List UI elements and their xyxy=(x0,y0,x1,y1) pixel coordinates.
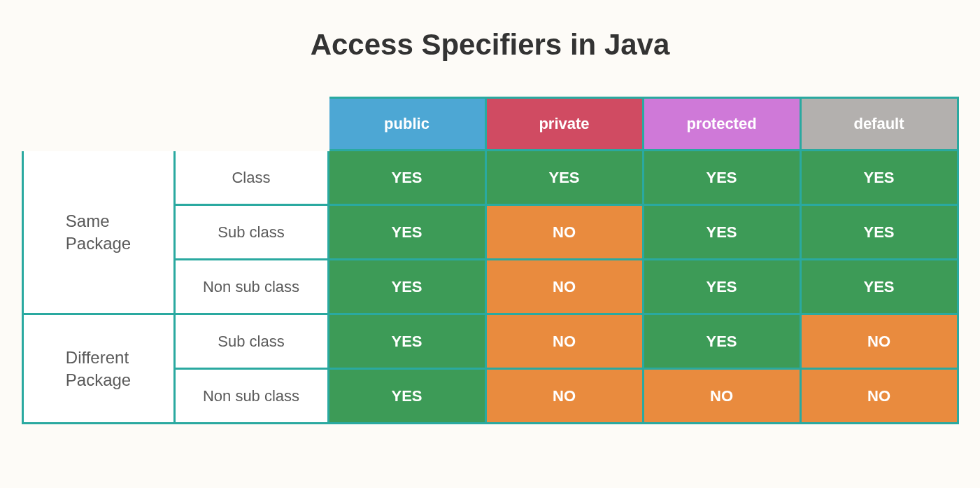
row-group-different-package: Different Package xyxy=(22,315,176,424)
value-cell: YES xyxy=(329,315,487,370)
row-label: Non sub class xyxy=(176,260,329,315)
row-label: Sub class xyxy=(176,315,329,370)
blank-corner xyxy=(176,97,329,151)
value-cell: NO xyxy=(802,315,959,370)
col-header-public: public xyxy=(329,97,487,151)
blank-corner xyxy=(22,97,176,151)
value-cell: YES xyxy=(487,151,644,206)
value-cell: YES xyxy=(329,370,487,424)
col-header-protected: protected xyxy=(644,97,802,151)
value-cell: YES xyxy=(329,260,487,315)
value-cell: YES xyxy=(329,206,487,260)
row-label: Non sub class xyxy=(176,370,329,424)
value-cell: YES xyxy=(644,315,802,370)
value-cell: YES xyxy=(329,151,487,206)
value-cell: NO xyxy=(644,370,802,424)
value-cell: NO xyxy=(487,260,644,315)
row-label: Class xyxy=(176,151,329,206)
value-cell: YES xyxy=(802,260,959,315)
access-specifiers-table: public private protected default Same Pa… xyxy=(22,97,959,424)
row-label: Sub class xyxy=(176,206,329,260)
row-group-same-package: Same Package xyxy=(22,151,176,315)
value-cell: YES xyxy=(644,260,802,315)
page-title: Access Specifiers in Java xyxy=(21,28,959,62)
col-header-default: default xyxy=(802,97,959,151)
value-cell: NO xyxy=(487,315,644,370)
value-cell: NO xyxy=(802,370,959,424)
value-cell: YES xyxy=(644,151,802,206)
value-cell: YES xyxy=(802,206,959,260)
value-cell: NO xyxy=(487,206,644,260)
value-cell: NO xyxy=(487,370,644,424)
value-cell: YES xyxy=(644,206,802,260)
col-header-private: private xyxy=(487,97,644,151)
value-cell: YES xyxy=(802,151,959,206)
